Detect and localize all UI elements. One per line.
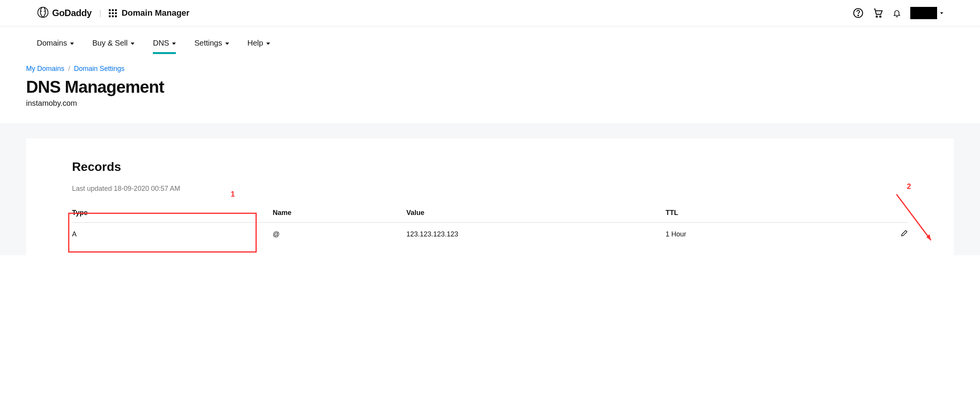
notifications-icon[interactable] (893, 9, 901, 17)
breadcrumb-my-domains[interactable]: My Domains (26, 65, 64, 73)
cart-icon[interactable] (873, 8, 883, 18)
nav-tab-dns[interactable]: DNS (153, 34, 176, 54)
nav-tab-domains[interactable]: Domains (37, 34, 74, 54)
breadcrumb-separator: / (68, 65, 70, 73)
account-menu[interactable] (910, 7, 943, 19)
chevron-down-icon (266, 43, 270, 45)
records-table: Type Name Value TTL A @ 123.123.123.123 … (72, 203, 908, 246)
svg-point-5 (880, 16, 881, 18)
svg-point-3 (858, 15, 859, 16)
nav-tab-help[interactable]: Help (247, 34, 270, 54)
annotation-arrow-icon (893, 190, 939, 248)
table-row: A @ 123.123.123.123 1 Hour (72, 223, 908, 246)
avatar (910, 7, 937, 19)
nav-tab-label: Buy & Sell (92, 39, 128, 48)
nav-tab-label: DNS (153, 39, 169, 48)
chevron-down-icon (172, 43, 176, 45)
svg-point-1 (44, 11, 45, 12)
help-icon[interactable] (853, 8, 864, 18)
app-name: Domain Manager (121, 8, 189, 18)
chevron-down-icon (225, 43, 229, 45)
cell-ttl: 1 Hour (665, 223, 824, 246)
brand-name: GoDaddy (52, 8, 92, 18)
app-switcher[interactable]: Domain Manager (109, 8, 189, 18)
column-header-name: Name (273, 203, 406, 223)
godaddy-logo-icon (37, 6, 49, 20)
cell-name: @ (273, 223, 406, 246)
nav-tab-label: Settings (194, 39, 222, 48)
svg-point-4 (876, 16, 878, 18)
column-header-value: Value (406, 203, 665, 223)
nav-tab-label: Domains (37, 39, 67, 48)
annotation-2: 2 (907, 182, 911, 191)
page-title: DNS Management (26, 77, 954, 97)
last-updated: Last updated 18-09-2020 00:57 AM (72, 185, 908, 193)
nav-tab-buy-sell[interactable]: Buy & Sell (92, 34, 134, 54)
divider: | (99, 9, 101, 18)
breadcrumb-domain-settings[interactable]: Domain Settings (74, 65, 125, 73)
brand-logo[interactable]: GoDaddy (37, 6, 92, 20)
cell-value: 123.123.123.123 (406, 223, 665, 246)
domain-name: instamoby.com (26, 99, 954, 108)
annotation-1: 1 (231, 190, 235, 199)
chevron-down-icon (940, 12, 943, 14)
nav-tab-settings[interactable]: Settings (194, 34, 229, 54)
records-heading: Records (72, 160, 908, 174)
chevron-down-icon (131, 43, 134, 45)
column-header-ttl: TTL (665, 203, 824, 223)
svg-point-0 (41, 11, 42, 12)
chevron-down-icon (70, 43, 74, 45)
nav-tabs: Domains Buy & Sell DNS Settings Help (0, 34, 980, 54)
nav-tab-label: Help (247, 39, 263, 48)
breadcrumb: My Domains / Domain Settings (26, 65, 954, 73)
column-header-type: Type (72, 203, 273, 223)
apps-grid-icon (109, 9, 117, 17)
svg-line-6 (896, 194, 931, 240)
cell-type: A (72, 223, 273, 246)
